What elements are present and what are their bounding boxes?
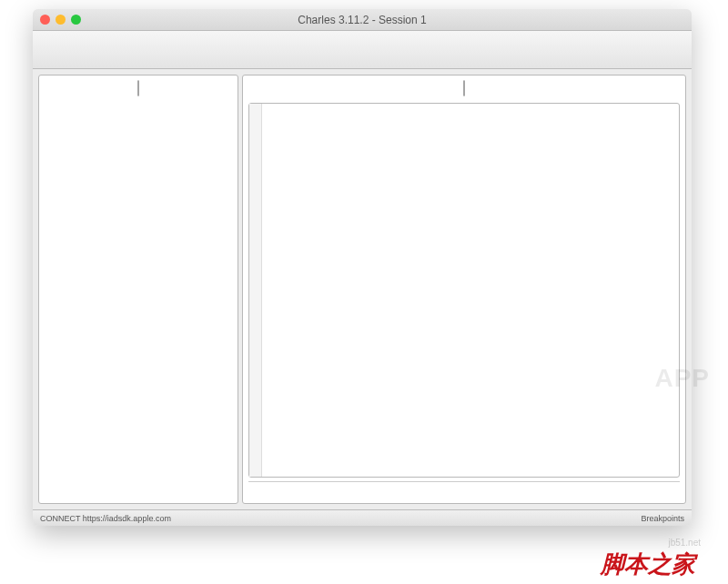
host-tree[interactable] [39, 103, 238, 503]
structure-panel [38, 75, 238, 504]
watermark-url: jb51.net [668, 538, 701, 548]
minimize-button[interactable] [56, 15, 66, 25]
xml-content[interactable] [262, 104, 679, 477]
window-title: Charles 3.11.2 - Session 1 [33, 14, 692, 26]
titlebar: Charles 3.11.2 - Session 1 [33, 9, 692, 31]
app-window: Charles 3.11.2 - Session 1 CONNECT https… [33, 9, 692, 526]
status-right: Breakpoints [641, 514, 684, 523]
right-tab-control [463, 80, 465, 96]
left-tab-control [137, 80, 139, 96]
format-selector [248, 481, 680, 498]
watermark: APP [654, 364, 710, 393]
close-button[interactable] [40, 15, 50, 25]
statusbar: CONNECT https://iadsdk.apple.com Breakpo… [33, 509, 692, 526]
detail-panel [242, 75, 686, 504]
stamp: 脚本之家 [601, 549, 695, 580]
gutter [249, 104, 262, 477]
zoom-button[interactable] [71, 15, 81, 25]
content-area [33, 69, 692, 509]
status-left: CONNECT https://iadsdk.apple.com [40, 514, 171, 523]
toolbar [33, 31, 692, 69]
